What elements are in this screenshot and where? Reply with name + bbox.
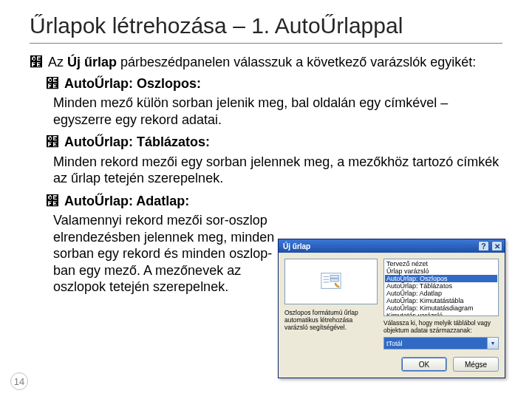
svg-rect-5 [330, 279, 338, 282]
item-2-pre: AutoŰrlap: [64, 134, 137, 149]
item-2-bold: Táblázatos: [137, 134, 210, 149]
page-number: 14 [10, 372, 28, 390]
dialog-titlebar[interactable]: Új űrlap ? ✕ [279, 239, 505, 253]
dialog-title-buttons: ? ✕ [478, 241, 502, 251]
cancel-button[interactable]: Mégse [453, 357, 499, 372]
intro-pre: Az [48, 55, 67, 69]
help-button[interactable]: ? [478, 241, 489, 251]
list-item[interactable]: Tervező nézet [385, 260, 497, 267]
item-1-label: ໾ AutoŰrlap: Oszlopos: [46, 75, 502, 92]
list-item[interactable]: AutoŰrlap: Táblázatos [385, 282, 497, 290]
item-1-bold: Oszlopos: [137, 76, 201, 91]
item-1-desc: Minden mező külön sorban jelenik meg, ba… [53, 95, 502, 128]
close-button[interactable]: ✕ [491, 241, 502, 251]
dialog-left: Oszlopos formátumú űrlap automatikus lét… [284, 259, 378, 349]
item-3-bold: Adatlap: [136, 194, 189, 208]
item-2-label: ໾ AutoŰrlap: Táblázatos: [46, 134, 502, 151]
intro-post: párbeszédpanelen válasszuk a következő v… [120, 55, 476, 69]
source-label: Válassza ki, hogy melyik táblábol vagy o… [383, 319, 499, 334]
svg-rect-4 [330, 276, 338, 279]
dialog-description: Oszlopos formátumú űrlap automatikus lét… [284, 309, 378, 332]
list-item[interactable]: AutoŰrlap: Kimutatástábla [385, 297, 497, 304]
preview-pane [284, 259, 378, 304]
list-item[interactable]: Kimutatás varázsló [385, 312, 497, 316]
bullet-glyph: ໾ [46, 194, 59, 208]
dialog-title: Új űrlap [283, 242, 310, 250]
bullet-glyph: ໾ [30, 55, 43, 69]
list-item[interactable]: Űrlap varázsló [385, 267, 497, 275]
chevron-down-icon[interactable]: ▾ [487, 338, 498, 349]
item-2-desc: Minden rekord mezői egy sorban jelennek … [53, 154, 502, 187]
new-form-dialog: Új űrlap ? ✕ O [278, 239, 505, 378]
slide: Űrlapok létrehozása – 1. AutoŰrlappal ໾ … [0, 0, 532, 399]
ok-button[interactable]: OK [401, 357, 447, 372]
intro-line: ໾ Az Új űrlap párbeszédpanelen válasszuk… [30, 54, 502, 71]
list-item[interactable]: AutoŰrlap: Oszlopos [385, 275, 497, 282]
page-title: Űrlapok létrehozása – 1. AutoŰrlappal [30, 13, 502, 44]
dialog-body: Oszlopos formátumú űrlap automatikus lét… [279, 253, 505, 354]
form-preview-icon [320, 270, 342, 293]
dialog-buttons: OK Mégse [279, 354, 505, 378]
item-3-desc: Valamennyi rekord mezői sor-oszlop elren… [53, 212, 290, 296]
combobox-value: tTotál [384, 338, 487, 349]
wizard-listbox[interactable]: Tervező nézetŰrlap varázslóAutoŰrlap: Os… [383, 259, 499, 316]
dialog-right: Tervező nézetŰrlap varázslóAutoŰrlap: Os… [383, 259, 499, 349]
intro-bold: Új űrlap [67, 55, 117, 69]
bullet-glyph: ໾ [46, 76, 59, 91]
source-combobox[interactable]: tTotál ▾ [383, 337, 499, 349]
item-3-pre: AutoŰrlap: [64, 194, 136, 208]
bullet-glyph: ໾ [46, 134, 59, 149]
list-item[interactable]: AutoŰrlap: Adatlap [385, 290, 497, 297]
item-1-pre: AutoŰrlap: [64, 76, 137, 91]
item-3-label: ໾ AutoŰrlap: Adatlap: [46, 193, 502, 210]
list-item[interactable]: AutoŰrlap: Kimutatásdiagram [385, 304, 497, 312]
